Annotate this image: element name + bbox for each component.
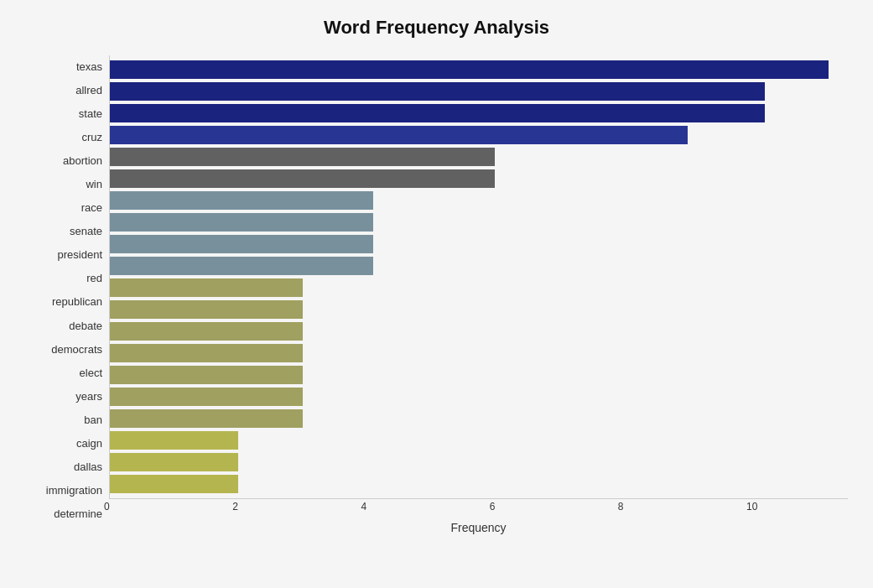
y-label-red: red bbox=[25, 268, 102, 289]
y-label-abortion: abortion bbox=[25, 150, 102, 172]
bar-red bbox=[110, 257, 373, 275]
bar-debate bbox=[110, 300, 303, 319]
bar-row-president bbox=[110, 233, 848, 255]
bar-row-cruz bbox=[110, 124, 848, 146]
bar-immigration bbox=[110, 453, 238, 471]
bar-row-win bbox=[110, 168, 848, 190]
y-label-caign: caign bbox=[25, 433, 102, 455]
bar-republican bbox=[110, 278, 303, 297]
chart-title: Word Frequency Analysis bbox=[25, 17, 848, 39]
bar-determine bbox=[110, 475, 238, 493]
y-label-president: president bbox=[25, 244, 102, 266]
bar-cruz bbox=[110, 126, 688, 144]
y-label-elect: elect bbox=[25, 362, 102, 384]
bar-texas bbox=[110, 60, 829, 79]
bar-row-dallas bbox=[110, 429, 848, 451]
bar-years bbox=[110, 366, 303, 384]
bars-container bbox=[110, 55, 848, 498]
y-axis: texasallredstatecruzabortionwinracesenat… bbox=[25, 55, 109, 526]
bar-row-abortion bbox=[110, 146, 848, 168]
bar-row-caign bbox=[110, 408, 848, 429]
x-tick-4: 4 bbox=[361, 501, 366, 513]
x-axis-wrapper: 0246810 Frequency bbox=[109, 499, 848, 534]
plot-area bbox=[109, 55, 848, 499]
chart-area: texasallredstatecruzabortionwinracesenat… bbox=[25, 55, 848, 526]
x-tick-6: 6 bbox=[490, 501, 496, 513]
x-axis: 0246810 bbox=[109, 499, 848, 516]
bar-dallas bbox=[110, 431, 238, 450]
bar-senate bbox=[110, 213, 373, 232]
bar-abortion bbox=[110, 148, 495, 166]
bar-row-debate bbox=[110, 299, 848, 320]
bar-allred bbox=[110, 82, 765, 101]
bar-president bbox=[110, 235, 373, 253]
chart-container: Word Frequency Analysis texasallredstate… bbox=[0, 0, 873, 588]
y-label-immigration: immigration bbox=[25, 480, 102, 502]
bar-state bbox=[110, 104, 765, 122]
y-label-win: win bbox=[25, 174, 102, 195]
bar-win bbox=[110, 169, 495, 188]
y-label-state: state bbox=[25, 103, 102, 125]
x-tick-10: 10 bbox=[746, 501, 757, 513]
bar-race bbox=[110, 191, 373, 210]
y-label-democrats: democrats bbox=[25, 339, 102, 361]
y-label-years: years bbox=[25, 386, 102, 408]
bar-democrats bbox=[110, 322, 303, 341]
y-label-dallas: dallas bbox=[25, 456, 102, 478]
bar-elect bbox=[110, 344, 303, 362]
bar-caign bbox=[110, 409, 303, 428]
bar-row-elect bbox=[110, 342, 848, 364]
y-label-republican: republican bbox=[25, 291, 102, 313]
bar-ban bbox=[110, 388, 303, 406]
bar-row-allred bbox=[110, 81, 848, 102]
bar-row-democrats bbox=[110, 320, 848, 342]
bar-row-red bbox=[110, 255, 848, 277]
bar-row-texas bbox=[110, 59, 848, 81]
bar-row-immigration bbox=[110, 451, 848, 473]
x-axis-label: Frequency bbox=[109, 521, 848, 534]
y-label-senate: senate bbox=[25, 221, 102, 242]
bar-row-years bbox=[110, 364, 848, 386]
y-label-cruz: cruz bbox=[25, 127, 102, 148]
bar-row-senate bbox=[110, 211, 848, 233]
bar-row-determine bbox=[110, 473, 848, 495]
y-label-race: race bbox=[25, 197, 102, 219]
y-label-debate: debate bbox=[25, 315, 102, 337]
bar-row-republican bbox=[110, 277, 848, 299]
x-tick-2: 2 bbox=[232, 501, 238, 513]
bar-row-ban bbox=[110, 386, 848, 408]
y-label-texas: texas bbox=[25, 56, 102, 78]
bar-row-state bbox=[110, 102, 848, 124]
y-label-allred: allred bbox=[25, 80, 102, 101]
bar-row-race bbox=[110, 190, 848, 211]
x-tick-0: 0 bbox=[104, 501, 110, 513]
y-label-determine: determine bbox=[25, 503, 102, 525]
y-label-ban: ban bbox=[25, 409, 102, 431]
x-tick-8: 8 bbox=[618, 501, 624, 513]
